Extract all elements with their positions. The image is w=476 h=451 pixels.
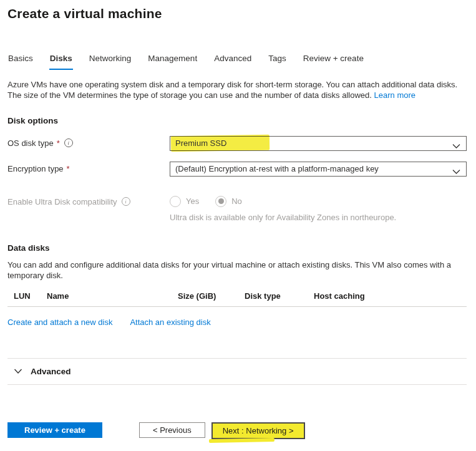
disk-options-heading: Disk options [7, 116, 467, 125]
radio-label-no: No [231, 196, 242, 206]
info-icon[interactable]: i [122, 197, 130, 206]
required-asterisk: * [67, 164, 70, 173]
ultra-disk-label: Enable Ultra Disk compatibility [7, 197, 117, 206]
column-header-size: Size (GiB) [178, 291, 245, 301]
encryption-type-control: (Default) Encryption at-rest with a plat… [170, 162, 467, 177]
tab-advanced[interactable]: Advanced [213, 52, 252, 70]
tab-disks[interactable]: Disks [49, 52, 73, 70]
radio-label-yes: Yes [186, 196, 199, 206]
info-icon[interactable]: i [64, 138, 73, 147]
ultra-disk-row: Enable Ultra Disk compatibility i Yes No… [7, 195, 467, 222]
tab-tags[interactable]: Tags [268, 52, 287, 70]
encryption-type-dropdown[interactable]: (Default) Encryption at-rest with a plat… [170, 162, 467, 177]
tab-networking[interactable]: Networking [89, 52, 132, 70]
ultra-disk-control: Yes No Ultra disk is available only for … [170, 195, 467, 222]
data-disks-links: Create and attach a new disk Attach an e… [7, 318, 467, 327]
radio-unchecked-icon[interactable] [170, 196, 181, 207]
advanced-accordion: Advanced [7, 358, 467, 385]
disks-intro-text: Azure VMs have one operating system disk… [7, 80, 467, 101]
os-disk-type-label: OS disk type [7, 138, 54, 148]
review-create-button[interactable]: Review + create [7, 422, 102, 438]
chevron-down-icon [14, 367, 22, 376]
column-header-host-caching: Host caching [314, 291, 467, 301]
encryption-type-value: (Default) Encryption at-rest with a plat… [175, 164, 379, 173]
os-disk-type-label-group: OS disk type * i [7, 136, 170, 148]
previous-button[interactable]: < Previous [139, 422, 205, 438]
os-disk-type-row: OS disk type * i Premium SSD [7, 136, 467, 151]
column-header-lun: LUN [14, 291, 47, 301]
page-title: Create a virtual machine [7, 6, 467, 21]
tab-review-create[interactable]: Review + create [303, 52, 364, 70]
advanced-accordion-label: Advanced [31, 367, 71, 376]
create-vm-page: Create a virtual machine Basics Disks Ne… [0, 6, 476, 385]
ultra-disk-label-group: Enable Ultra Disk compatibility i [7, 195, 170, 206]
next-networking-button[interactable]: Next : Networking > [211, 422, 305, 439]
ultra-disk-helper-text: Ultra disk is available only for Availab… [170, 213, 467, 222]
radio-checked-icon[interactable] [215, 196, 226, 207]
required-asterisk: * [57, 138, 60, 148]
encryption-type-label: Encryption type [7, 164, 64, 173]
wizard-tabs: Basics Disks Networking Management Advan… [7, 52, 467, 70]
attach-existing-disk-link[interactable]: Attach an existing disk [130, 318, 210, 327]
tab-basics[interactable]: Basics [7, 52, 34, 70]
ultra-disk-option-no[interactable]: No [215, 196, 242, 207]
learn-more-link[interactable]: Learn more [374, 90, 415, 100]
encryption-type-row: Encryption type * (Default) Encryption a… [7, 162, 467, 177]
create-attach-new-disk-link[interactable]: Create and attach a new disk [7, 318, 112, 327]
os-disk-type-dropdown[interactable]: Premium SSD [170, 136, 467, 151]
encryption-type-label-group: Encryption type * [7, 162, 170, 173]
column-header-disk-type: Disk type [245, 291, 314, 301]
tab-management[interactable]: Management [147, 52, 198, 70]
ultra-disk-radio-group: Yes No [170, 195, 467, 207]
column-header-name: Name [47, 291, 178, 301]
data-disks-heading: Data disks [7, 243, 467, 253]
chevron-down-icon [452, 167, 460, 177]
os-disk-type-control: Premium SSD [170, 136, 467, 151]
os-disk-type-value: Premium SSD [175, 138, 226, 148]
advanced-accordion-toggle[interactable]: Advanced [7, 359, 467, 384]
data-disks-description: You can add and configure additional dat… [7, 260, 467, 281]
chevron-down-icon [452, 142, 460, 151]
data-disks-table-header: LUN Name Size (GiB) Disk type Host cachi… [7, 291, 467, 307]
ultra-disk-option-yes[interactable]: Yes [170, 196, 199, 207]
wizard-footer: Review + create < Previous Next : Networ… [7, 422, 305, 439]
